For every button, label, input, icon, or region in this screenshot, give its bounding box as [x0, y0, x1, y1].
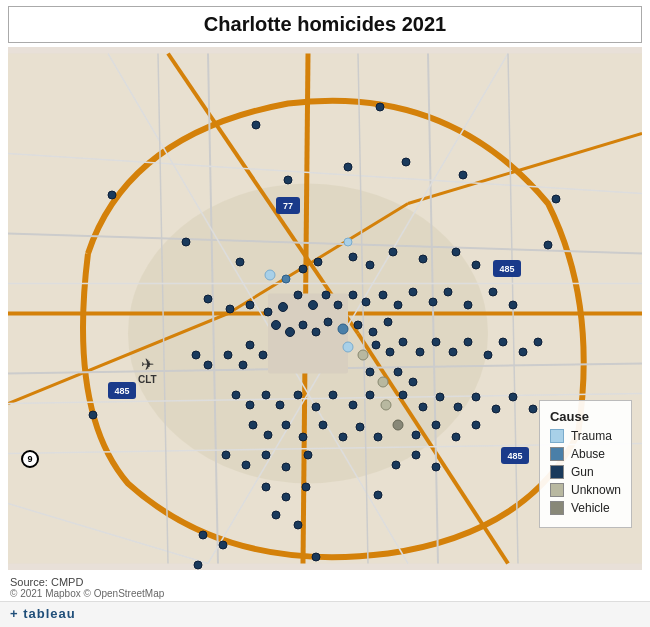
- homicide-dot: [409, 288, 418, 297]
- homicide-dot: [402, 158, 411, 167]
- homicide-dot: [509, 301, 518, 310]
- shield-i485-right: 485: [493, 260, 521, 277]
- homicide-dot: [409, 378, 418, 387]
- homicide-dot: [194, 561, 203, 570]
- shield-i485-left: 485: [108, 382, 136, 399]
- homicide-dot: [356, 423, 365, 432]
- homicide-dot: [509, 393, 518, 402]
- homicide-dot: [308, 300, 318, 310]
- homicide-dot: [429, 298, 438, 307]
- legend-item-trauma: Trauma: [550, 429, 621, 443]
- legend-item-vehicle: Vehicle: [550, 501, 621, 515]
- homicide-dot: [362, 298, 371, 307]
- homicide-dot: [379, 291, 388, 300]
- homicide-dot: [449, 348, 458, 357]
- homicide-dot: [534, 338, 543, 347]
- homicide-dot: [499, 338, 508, 347]
- homicide-dot: [394, 368, 403, 377]
- legend-color-vehicle: [550, 501, 564, 515]
- homicide-dot: [236, 258, 245, 267]
- homicide-dot: [484, 351, 493, 360]
- homicide-dot: [232, 391, 241, 400]
- homicide-dot: [304, 451, 313, 460]
- homicide-dot: [299, 433, 308, 442]
- legend-label-trauma: Trauma: [571, 429, 612, 443]
- homicide-dot: [302, 483, 311, 492]
- homicide-dot: [412, 451, 421, 460]
- legend-item-unknown: Unknown: [550, 483, 621, 497]
- homicide-dot: [334, 301, 343, 310]
- shield-us9: 9: [21, 450, 39, 468]
- homicide-dot: [366, 391, 375, 400]
- homicide-dot: [272, 511, 281, 520]
- homicide-dot: [108, 191, 117, 200]
- homicide-dot: [246, 301, 255, 310]
- homicide-dot: [354, 321, 363, 330]
- homicide-dot: [282, 421, 291, 430]
- homicide-dot: [264, 308, 273, 317]
- homicide-dot: [374, 491, 383, 500]
- homicide-dot: [412, 431, 421, 440]
- homicide-dot: [472, 261, 481, 270]
- legend-color-gun: [550, 465, 564, 479]
- homicide-dot: [454, 403, 463, 412]
- legend: Cause Trauma Abuse Gun Unknown Vehicle: [539, 400, 632, 528]
- airport-label: ✈ CLT: [138, 355, 157, 385]
- homicide-dot: [384, 318, 393, 327]
- homicide-dot: [204, 361, 213, 370]
- legend-label-vehicle: Vehicle: [571, 501, 610, 515]
- homicide-dot: [349, 291, 358, 300]
- homicide-dot: [199, 531, 208, 540]
- homicide-dot: [452, 248, 461, 257]
- homicide-dot: [319, 421, 328, 430]
- homicide-dot: [366, 368, 375, 377]
- homicide-dot: [294, 391, 303, 400]
- homicide-dot: [432, 421, 441, 430]
- homicide-dot: [489, 288, 498, 297]
- homicide-dot: [344, 238, 353, 247]
- homicide-dot: [519, 348, 528, 357]
- homicide-dot: [285, 327, 295, 337]
- shield-i77: 77: [276, 197, 300, 214]
- homicide-dot: [464, 301, 473, 310]
- homicide-dot: [381, 400, 392, 411]
- homicide-dot: [224, 351, 233, 360]
- homicide-dot: [459, 171, 468, 180]
- homicide-dot: [419, 255, 428, 264]
- svg-text:+ tableau: + tableau: [10, 606, 76, 621]
- homicide-dot: [343, 342, 354, 353]
- homicide-dot: [89, 411, 98, 420]
- homicide-dot: [358, 350, 369, 361]
- map-area: ✈ CLT 77 485 485 485 9 Cause Trauma Abus…: [8, 47, 642, 570]
- homicide-dot: [393, 420, 404, 431]
- homicide-dot: [419, 403, 428, 412]
- tableau-bar: + tableau: [0, 601, 650, 627]
- homicide-dot: [529, 405, 538, 414]
- homicide-dot: [299, 265, 308, 274]
- homicide-dot: [386, 348, 395, 357]
- homicide-dot: [252, 121, 261, 130]
- homicide-dot: [312, 553, 321, 562]
- homicide-dot: [444, 288, 453, 297]
- homicide-dot: [294, 291, 303, 300]
- homicide-dot: [246, 341, 255, 350]
- app-container: Charlotte homicides 2021: [0, 0, 650, 627]
- homicide-dot: [246, 401, 255, 410]
- homicide-dot: [299, 321, 308, 330]
- homicide-dot: [472, 393, 481, 402]
- homicide-dot: [366, 261, 375, 270]
- homicide-dot: [249, 421, 258, 430]
- homicide-dot: [219, 541, 228, 550]
- homicide-dot: [452, 433, 461, 442]
- legend-color-abuse: [550, 447, 564, 461]
- homicide-dot: [374, 433, 383, 442]
- footer: Source: CMPD © 2021 Mapbox © OpenStreetM…: [0, 574, 650, 601]
- homicide-dot: [432, 463, 441, 472]
- homicide-dot: [294, 521, 303, 530]
- legend-label-abuse: Abuse: [571, 447, 605, 461]
- homicide-dot: [552, 195, 561, 204]
- homicide-dot: [282, 275, 291, 284]
- homicide-dot: [322, 291, 331, 300]
- homicide-dot: [182, 238, 191, 247]
- homicide-dot: [394, 301, 403, 310]
